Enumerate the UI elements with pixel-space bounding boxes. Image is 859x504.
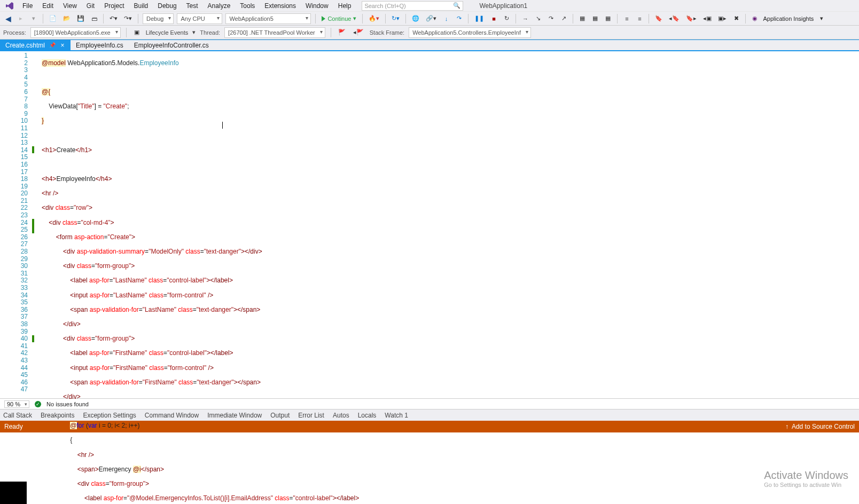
menu-edit[interactable]: Edit — [38, 1, 58, 11]
bookmark-next-icon[interactable]: 🔖▸ — [684, 13, 698, 24]
menu-git[interactable]: Git — [82, 1, 99, 11]
debug-toolbar: Process: [18900] WebApplication5.exe ▣ L… — [0, 26, 859, 40]
menu-debug[interactable]: Debug — [153, 1, 181, 11]
tab-label: Create.cshtml — [5, 42, 45, 49]
continue-button[interactable]: Continue ▾ — [320, 13, 358, 24]
undo-icon[interactable]: ↶▾ — [108, 13, 119, 24]
tab-employeeinfocontroller-cs[interactable]: EmployeeInfoController.cs — [129, 40, 214, 50]
process-dropdown[interactable]: [18900] WebApplication5.exe — [30, 27, 121, 38]
step-out-icon[interactable]: ↗ — [559, 13, 568, 24]
stackframe-dropdown[interactable]: WebApplication5.Controllers.EmployeeInf — [409, 27, 531, 38]
save-icon[interactable]: 💾 — [75, 13, 86, 24]
zoom-dropdown[interactable]: 90 % — [4, 400, 29, 408]
restart-icon-2[interactable]: ↻ — [502, 13, 511, 24]
fold-margin — [35, 51, 42, 398]
app-insights-label[interactable]: Application Insights — [763, 15, 814, 22]
menu-analyze[interactable]: Analyze — [204, 1, 235, 11]
menu-project[interactable]: Project — [100, 1, 128, 11]
process-label: Process: — [3, 29, 26, 36]
menu-view[interactable]: View — [59, 1, 81, 11]
close-icon[interactable]: × — [60, 42, 65, 49]
step-into-2-icon[interactable]: ↘ — [533, 13, 543, 24]
stop-icon[interactable]: ■ — [489, 13, 498, 24]
solution-name: WebApplication1 — [479, 2, 527, 10]
vs-logo-icon — [5, 2, 14, 10]
editor-tab-bar: Create.cshtml 📌 × EmployeeInfo.cs Employ… — [0, 40, 859, 51]
menu-tools[interactable]: Tools — [236, 1, 259, 11]
step-over-2-icon[interactable]: ↷ — [546, 13, 556, 24]
menu-help[interactable]: Help — [334, 1, 356, 11]
indent-right-icon[interactable]: ≡ — [635, 13, 644, 24]
line-number-gutter: 12345678910 11121314151617181920 2122232… — [0, 51, 32, 398]
clear-bookmarks-icon[interactable]: ✖ — [731, 13, 741, 24]
app-insights-icon[interactable]: ◉ — [750, 13, 760, 24]
play-icon — [322, 16, 325, 21]
step-into-icon[interactable]: ↓ — [441, 13, 451, 24]
tab-create-cshtml[interactable]: Create.cshtml 📌 × — [0, 40, 71, 50]
taskbar-fragment — [0, 482, 27, 504]
flag-prev-icon[interactable]: ◂🚩 — [352, 27, 365, 38]
search-placeholder: Search (Ctrl+Q) — [364, 3, 405, 9]
tab-label: EmployeeInfo.cs — [76, 42, 123, 49]
toggle-3-icon[interactable]: ▦ — [603, 13, 613, 24]
browser-link-icon[interactable]: 🔗▾ — [424, 13, 438, 24]
nav-dropdown-icon[interactable]: ▾ — [29, 13, 38, 24]
tab-callstack[interactable]: Call Stack — [3, 412, 32, 419]
open-file-icon[interactable]: 📂 — [61, 13, 72, 24]
code-content[interactable]: @model WebApplication5.Models.EmployeeIn… — [42, 51, 859, 398]
main-toolbar: ◀ ▸ ▾ 📄 📂 💾 🗃 ↶▾ ↷▾ Debug Any CPU WebApp… — [0, 12, 859, 26]
toggle-2-icon[interactable]: ▦ — [590, 13, 600, 24]
search-icon: 🔍 — [453, 2, 460, 9]
lifecycle-events-icon[interactable]: ▣ — [132, 27, 142, 38]
indent-left-icon[interactable]: ≡ — [622, 13, 631, 24]
menu-build[interactable]: Build — [130, 1, 153, 11]
nav-back-button[interactable]: ◀ — [3, 13, 13, 24]
config-dropdown[interactable]: Debug — [143, 13, 174, 24]
show-next-icon[interactable]: → — [520, 13, 530, 24]
app-insights-dropdown-icon[interactable]: ▾ — [817, 13, 826, 24]
restart-icon[interactable]: ↻▾ — [390, 13, 401, 24]
startup-project-dropdown[interactable]: WebApplication5 — [225, 13, 311, 24]
menu-file[interactable]: File — [18, 1, 37, 11]
pause-icon[interactable]: ❚❚ — [473, 13, 486, 24]
ok-check-icon: ✓ — [35, 401, 41, 407]
tab-label: EmployeeInfoController.cs — [134, 42, 209, 49]
thread-dropdown[interactable]: [26700] .NET ThreadPool Worker — [224, 27, 325, 38]
bookmark-icon[interactable]: 🔖 — [653, 13, 664, 24]
nav-forward-button[interactable]: ▸ — [16, 13, 26, 24]
platform-dropdown[interactable]: Any CPU — [177, 13, 222, 24]
menu-extensions[interactable]: Extensions — [260, 1, 300, 11]
lifecycle-events-label[interactable]: Lifecycle Events — [146, 29, 188, 36]
hot-reload-icon[interactable]: 🔥▾ — [367, 13, 381, 24]
search-box[interactable]: Search (Ctrl+Q) 🔍 — [362, 1, 463, 11]
tab-employeeinfo-cs[interactable]: EmployeeInfo.cs — [71, 40, 129, 50]
browser-icon[interactable]: 🌐 — [410, 13, 421, 24]
new-project-icon[interactable]: 📄 — [48, 13, 58, 24]
bookmark-prev-f-icon[interactable]: ◂▣ — [701, 13, 713, 24]
stackframe-label: Stack Frame: — [370, 29, 404, 36]
bookmark-next-f-icon[interactable]: ▣▸ — [716, 13, 728, 24]
save-all-icon[interactable]: 🗃 — [89, 13, 99, 24]
thread-label: Thread: — [200, 29, 220, 36]
redo-icon[interactable]: ↷▾ — [122, 13, 134, 24]
flag-icon[interactable]: 🚩 — [337, 27, 347, 38]
step-over-icon[interactable]: ↷ — [454, 13, 464, 24]
bookmark-prev-icon[interactable]: ◂🔖 — [667, 13, 681, 24]
code-editor[interactable]: 12345678910 11121314151617181920 2122232… — [0, 51, 859, 398]
status-ready: Ready — [4, 423, 23, 430]
menu-window[interactable]: Window — [301, 1, 333, 11]
menu-bar: File Edit View Git Project Build Debug T… — [0, 0, 859, 12]
toggle-1-icon[interactable]: ▦ — [577, 13, 587, 24]
menu-test[interactable]: Test — [182, 1, 202, 11]
pin-icon[interactable]: 📌 — [49, 42, 56, 48]
text-cursor — [222, 122, 223, 129]
svg-marker-0 — [6, 2, 13, 10]
